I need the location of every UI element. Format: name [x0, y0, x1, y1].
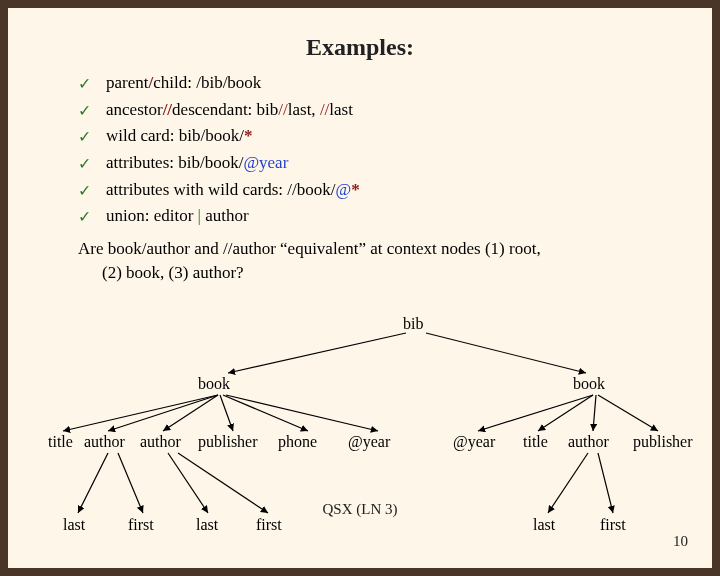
svg-line-4	[163, 395, 218, 431]
check-icon: ✓	[78, 72, 91, 95]
bullet-text: attributes with wild cards: //book/@*	[106, 180, 360, 199]
tree-node-root: bib	[403, 315, 423, 333]
bullet-item: ✓ attributes: bib/book/@year	[78, 151, 672, 176]
question-text: Are book/author and //author “equivalent…	[78, 237, 672, 286]
svg-line-7	[226, 395, 378, 431]
tree-leaf: first	[128, 516, 154, 534]
svg-line-16	[548, 453, 588, 513]
tree-node: publisher	[198, 433, 258, 451]
svg-line-9	[118, 453, 143, 513]
svg-line-11	[178, 453, 268, 513]
tree-node: author	[568, 433, 609, 451]
tree-node: @year	[453, 433, 495, 451]
check-icon: ✓	[78, 152, 91, 175]
tree-leaf: first	[600, 516, 626, 534]
svg-line-14	[593, 395, 596, 431]
svg-line-13	[538, 395, 593, 431]
slide-number: 10	[673, 533, 688, 550]
bullet-text: wild card: bib/book/*	[106, 126, 252, 145]
bullet-text: attributes: bib/book/@year	[106, 153, 288, 172]
bullet-text: parent/child: /bib/book	[106, 73, 261, 92]
bullet-text: union: editor | author	[106, 206, 249, 225]
tree-node: author	[140, 433, 181, 451]
svg-line-2	[63, 395, 218, 431]
tree-leaf: last	[63, 516, 85, 534]
footer-text: QSX (LN 3)	[323, 501, 398, 518]
svg-line-17	[598, 453, 613, 513]
svg-line-1	[426, 333, 586, 373]
bullet-item: ✓ attributes with wild cards: //book/@*	[78, 178, 672, 203]
tree-node: phone	[278, 433, 317, 451]
bullet-item: ✓ union: editor | author	[78, 204, 672, 229]
bullet-item: ✓ wild card: bib/book/*	[78, 124, 672, 149]
tree-diagram: bib book book title author author publis…	[8, 313, 712, 563]
svg-line-12	[478, 395, 593, 431]
svg-line-0	[228, 333, 406, 373]
check-icon: ✓	[78, 179, 91, 202]
check-icon: ✓	[78, 125, 91, 148]
svg-line-10	[168, 453, 208, 513]
tree-leaf: last	[196, 516, 218, 534]
slide: Examples: ✓ parent/child: /bib/book ✓ an…	[8, 8, 712, 568]
bullet-item: ✓ ancestor//descendant: bib//last, //las…	[78, 98, 672, 123]
bullet-text: ancestor//descendant: bib//last, //last	[106, 100, 353, 119]
tree-node-book-right: book	[573, 375, 605, 393]
bullet-list: ✓ parent/child: /bib/book ✓ ancestor//de…	[78, 71, 672, 229]
tree-node-book-left: book	[198, 375, 230, 393]
tree-node: publisher	[633, 433, 693, 451]
check-icon: ✓	[78, 99, 91, 122]
check-icon: ✓	[78, 205, 91, 228]
svg-line-5	[220, 395, 233, 431]
svg-line-6	[223, 395, 308, 431]
tree-node: title	[523, 433, 548, 451]
tree-node: @year	[348, 433, 390, 451]
svg-line-8	[78, 453, 108, 513]
svg-line-3	[108, 395, 218, 431]
bullet-item: ✓ parent/child: /bib/book	[78, 71, 672, 96]
tree-node: author	[84, 433, 125, 451]
tree-leaf: last	[533, 516, 555, 534]
tree-node: title	[48, 433, 73, 451]
slide-title: Examples:	[8, 8, 712, 67]
tree-leaf: first	[256, 516, 282, 534]
svg-line-15	[598, 395, 658, 431]
